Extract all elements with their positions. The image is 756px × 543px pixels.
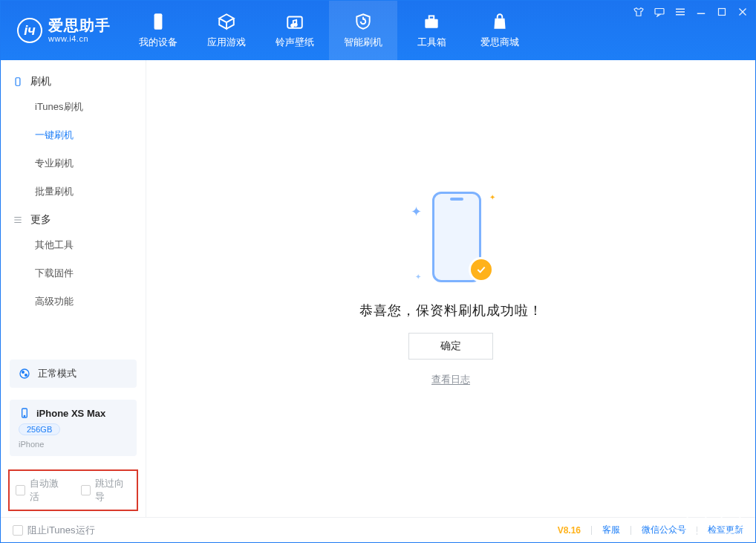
- mode-icon: [19, 368, 30, 380]
- app-body: 刷机 iTunes刷机 一键刷机 专业刷机 批量刷机 更多 其他工具 下载固件 …: [1, 60, 755, 517]
- nav-flash[interactable]: 智能刷机: [329, 1, 397, 60]
- svg-rect-9: [16, 78, 20, 86]
- sidebar-item-itunes[interactable]: iTunes刷机: [1, 93, 146, 121]
- checkbox-auto-activate[interactable]: 自动激活: [16, 477, 66, 504]
- toolbox-icon: [422, 12, 441, 31]
- nav-label: 应用游戏: [207, 36, 246, 49]
- checkbox-label: 阻止iTunes运行: [27, 524, 95, 537]
- device-info-box[interactable]: iPhone XS Max 256GB iPhone: [10, 400, 137, 456]
- list-icon: [13, 215, 23, 225]
- nav-label: 我的设备: [139, 36, 177, 49]
- cube-icon: [217, 12, 236, 31]
- refresh-shield-icon: [353, 12, 373, 31]
- device-name: iPhone XS Max: [36, 408, 105, 419]
- nav-toolbox[interactable]: 工具箱: [397, 1, 466, 60]
- svg-point-4: [291, 25, 293, 27]
- svg-point-14: [24, 415, 25, 416]
- nav-store[interactable]: 爱思商城: [466, 1, 534, 60]
- titlebar: iч 爱思助手 www.i4.cn 我的设备 应用游戏 铃声壁纸 智能刷机: [1, 1, 755, 60]
- checkbox-icon: [81, 485, 91, 495]
- nav-device[interactable]: 我的设备: [124, 1, 192, 60]
- checkbox-block-itunes[interactable]: 阻止iTunes运行: [13, 524, 95, 537]
- minimize-icon[interactable]: [694, 7, 708, 17]
- download-icon: [692, 518, 701, 527]
- checkbox-label: 跳过向导: [95, 477, 131, 504]
- svg-rect-6: [425, 19, 437, 28]
- checkbox-label: 自动激活: [30, 477, 65, 504]
- app-window: iч 爱思助手 www.i4.cn 我的设备 应用游戏 铃声壁纸 智能刷机: [0, 0, 756, 543]
- logo-badge-icon: iч: [17, 18, 42, 43]
- device-phone-icon: [19, 407, 30, 419]
- device-mode-box[interactable]: 正常模式: [10, 360, 137, 388]
- svg-rect-0: [655, 9, 664, 15]
- svg-point-12: [25, 374, 27, 377]
- close-icon[interactable]: [736, 7, 749, 17]
- sidebar-item-oneclick[interactable]: 一键刷机: [1, 121, 146, 149]
- sidebar-group-label: 更多: [30, 213, 51, 227]
- sidebar: 刷机 iTunes刷机 一键刷机 专业刷机 批量刷机 更多 其他工具 下载固件 …: [1, 60, 146, 517]
- nav-ringtones[interactable]: 铃声壁纸: [261, 1, 329, 60]
- window-controls: [632, 7, 749, 17]
- wechat-link[interactable]: 微信公众号: [642, 524, 686, 536]
- nav-label: 铃声壁纸: [276, 36, 314, 49]
- sidebar-group-more: 更多: [1, 206, 146, 231]
- logo-subtitle: www.i4.cn: [48, 34, 111, 44]
- maximize-icon[interactable]: [715, 7, 729, 17]
- skin-icon[interactable]: [632, 7, 645, 17]
- bag-icon: [490, 12, 509, 31]
- sparkle-icon: ✦: [489, 193, 495, 201]
- status-bar: 阻止iTunes运行 V8.16 客服 微信公众号 检查更新: [1, 517, 755, 542]
- checkbox-skip-guide[interactable]: 跳过向导: [81, 477, 131, 504]
- highlighted-options: 自动激活 跳过向导: [8, 469, 138, 511]
- svg-rect-1: [719, 9, 726, 16]
- version-label: V8.16: [558, 525, 581, 536]
- phone-icon: [149, 12, 168, 31]
- sparkle-icon: ✦: [415, 273, 421, 281]
- checkbox-icon: [16, 485, 25, 495]
- sidebar-group-label: 刷机: [30, 75, 51, 88]
- svg-rect-2: [154, 13, 163, 30]
- nav-apps[interactable]: 应用游戏: [192, 1, 261, 60]
- user-icon: [726, 518, 735, 527]
- view-log-link[interactable]: 查看日志: [431, 373, 470, 386]
- sparkle-icon: ✦: [411, 204, 422, 220]
- svg-point-10: [20, 369, 29, 378]
- device-type: iPhone: [19, 440, 44, 449]
- checkbox-icon: [13, 525, 23, 536]
- sidebar-group-flash: 刷机: [1, 68, 146, 93]
- svg-point-8: [729, 519, 732, 522]
- nav-label: 智能刷机: [344, 36, 382, 49]
- main-nav: 我的设备 应用游戏 铃声壁纸 智能刷机 工具箱 爱思商城: [124, 1, 534, 60]
- music-folder-icon: [285, 12, 304, 31]
- phone-outline-icon: [13, 77, 23, 87]
- device-storage-badge: 256GB: [19, 423, 60, 435]
- nav-label: 工具箱: [417, 36, 446, 49]
- logo-title: 爱思助手: [48, 17, 111, 34]
- sidebar-item-advanced[interactable]: 高级功能: [1, 287, 146, 316]
- success-illustration: ✦ ✦ ✦: [406, 192, 495, 288]
- mode-label: 正常模式: [38, 367, 76, 380]
- svg-point-5: [294, 24, 296, 26]
- svg-point-11: [22, 371, 25, 374]
- check-badge-icon: [469, 257, 494, 282]
- support-link[interactable]: 客服: [602, 524, 620, 536]
- nav-label: 爱思商城: [480, 36, 519, 49]
- app-logo: iч 爱思助手 www.i4.cn: [1, 1, 124, 60]
- sidebar-item-other[interactable]: 其他工具: [1, 231, 146, 259]
- svg-rect-7: [429, 16, 434, 19]
- ok-button[interactable]: 确定: [408, 333, 493, 360]
- sidebar-item-pro[interactable]: 专业刷机: [1, 149, 146, 178]
- sidebar-item-download[interactable]: 下载固件: [1, 259, 146, 287]
- menu-icon[interactable]: [674, 7, 687, 17]
- sidebar-item-batch[interactable]: 批量刷机: [1, 178, 146, 206]
- success-title: 恭喜您，保资料刷机成功啦！: [359, 302, 543, 319]
- main-content: ✦ ✦ ✦ 恭喜您，保资料刷机成功啦！ 确定 查看日志: [146, 60, 755, 517]
- feedback-icon[interactable]: [653, 7, 666, 17]
